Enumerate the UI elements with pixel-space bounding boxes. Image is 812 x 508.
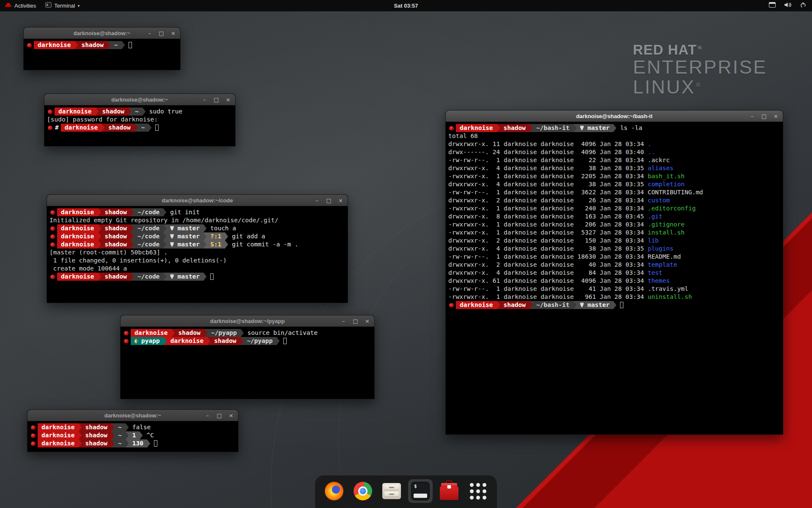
firefox-dock-item[interactable] [322,479,346,503]
powerline-separator-icon [98,273,101,281]
file-name: .ackrc [647,157,669,163]
file-list-line: -rwxrwxr-x. 1 darknoise darknoise 961 Ja… [448,293,780,301]
apps-dock-item[interactable] [466,479,490,503]
close-button[interactable]: × [365,318,370,324]
powerline-separator-icon [111,423,114,431]
app-grid-dot [476,483,480,487]
file-list-line: drwxrwxr-x. 11 darknoise darknoise 4096 … [448,140,780,148]
window-titlebar[interactable]: darknoise@shadow:~/code–□× [47,195,348,206]
output-line: [master (root-commit) 50bcb63] . [49,248,345,257]
maximize-button[interactable]: □ [159,30,164,36]
prompt-segment-user: darknoise [57,232,98,240]
volume-icon[interactable] [784,2,792,9]
prompt-segment-path: ~ [131,108,143,116]
clock[interactable]: Sat 03:57 [394,3,418,9]
prompt-segment-path: ~/bash-it [532,301,573,309]
powerline-separator-icon [613,301,616,309]
app-menu-terminal[interactable]: Terminal ▾ [41,0,84,11]
prompt-segment-user: darknoise [57,208,98,216]
window-titlebar[interactable]: darknoise@shadow:~/pyapp–□× [121,315,374,327]
terminal-dock-item[interactable]: $ [408,479,433,503]
powerline-separator-icon [98,224,101,232]
minimize-button[interactable]: – [341,318,346,324]
terminal-prompt-glyph: $ [414,483,417,489]
terminal-window-2[interactable]: darknoise@shadow:~/code–□×darknoiseshado… [47,194,348,303]
window-titlebar[interactable]: darknoise@shadow:~–□× [44,94,235,105]
drawer [384,485,399,490]
terminal-content[interactable]: darknoiseshadow~falsedarknoiseshadow~1^C… [27,421,238,450]
prompt-segment-path: ~ [114,423,126,431]
files-dock-item[interactable] [379,479,404,503]
window-title: darknoise@shadow:~/pyapp [210,318,285,324]
minimize-button[interactable]: – [749,113,755,119]
file-list-line: -rwxrwxr-x. 1 darknoise darknoise 240 Ja… [448,204,780,213]
redhat-prompt-icon [50,235,55,239]
powerline-separator-icon [573,301,576,309]
maximize-button[interactable]: □ [353,318,358,324]
chrome-dock-item[interactable] [351,479,375,503]
terminal-content[interactable]: darknoiseshadow~ [24,39,180,51]
file-list-line: -rw-rw-r--. 1 darknoise darknoise 41 Jan… [448,285,780,293]
redhat-prompt-icon [48,110,52,114]
maximize-button[interactable]: □ [326,198,332,203]
toolbox-dock-item[interactable] [437,479,461,503]
minimize-button[interactable]: – [202,97,207,102]
root-indicator: # [55,124,61,132]
screen-icon[interactable] [769,2,776,9]
app-grid-dot [476,496,480,500]
file-name: test [647,269,662,276]
chrome-center-dot [360,488,366,494]
powerline-separator-icon [203,232,206,240]
terminal-window-5[interactable]: darknoise@shadow:~/bash-it–□×darknoisesh… [445,110,783,435]
minimize-button[interactable]: – [314,198,320,203]
power-icon[interactable] [800,2,806,9]
terminal-window-3[interactable]: darknoise@shadow:~/pyapp–□×darknoiseshad… [120,315,375,399]
activities-button[interactable]: Activities [0,0,41,11]
prompt-segment-user: darknoise [57,224,98,232]
prompt-segment-host: shadow [210,337,240,345]
close-button[interactable]: × [228,413,234,418]
maximize-button[interactable]: □ [217,413,222,418]
python-icon [134,339,139,343]
file-list-line: drwxrwxr-x. 4 darknoise darknoise 84 Jan… [448,269,780,277]
window-title: darknoise@shadow:~/code [162,197,233,204]
redhat-prompt-icon [50,226,55,231]
app-grid-icon [470,483,486,500]
file-name: template [647,261,677,268]
redhat-prompt-icon [50,243,55,247]
powerline-separator-icon [172,329,175,337]
close-button[interactable]: × [225,97,231,102]
minimize-button[interactable]: – [205,413,210,418]
command-text: git add a [232,232,265,240]
window-titlebar[interactable]: darknoise@shadow:~/bash-it–□× [446,110,783,122]
prompt-segment-host: shadow [101,208,131,216]
window-title: darknoise@shadow:~/bash-it [576,113,653,119]
terminal-content[interactable]: darknoiseshadow~/pyappsource bin/activat… [121,327,374,347]
terminal-content[interactable]: darknoiseshadow~/bash-itΨ masterls -lato… [446,122,783,311]
prompt-segment-path: ~ [114,431,126,439]
powerline-separator-icon [163,273,166,281]
powerline-separator-icon [497,301,500,309]
terminal-content[interactable]: darknoiseshadow~sudo true[sudo] password… [44,105,235,134]
prompt-line: darknoiseshadow~/codeΨ masterS:1git comm… [49,240,345,248]
terminal-window-4[interactable]: darknoise@shadow:~–□×darknoiseshadow~fal… [27,409,239,452]
terminal-content[interactable]: darknoiseshadow~/codegit initInitialized… [47,206,348,283]
file-name: aliases [647,165,673,171]
terminal-window-1[interactable]: darknoise@shadow:~–□×darknoiseshadow~sud… [44,94,236,146]
prompt-line: darknoiseshadow~/pyappsource bin/activat… [123,329,372,337]
window-controls: –□× [314,195,343,206]
file-list-line: drwxrwxr-x. 2 darknoise darknoise 40 Jan… [448,261,780,269]
top-bar: Activities Terminal ▾ Sat 03:57 [0,0,812,11]
maximize-button[interactable]: □ [214,97,219,102]
window-titlebar[interactable]: darknoise@shadow:~–□× [24,28,180,39]
prompt-line: darknoiseshadow~130 [30,439,236,447]
maximize-button[interactable]: □ [761,113,767,119]
close-button[interactable]: × [338,198,343,203]
minimize-button[interactable]: – [147,30,152,36]
window-titlebar[interactable]: darknoise@shadow:~–□× [27,410,238,421]
powerline-separator-icon [79,439,82,447]
prompt-line: darknoiseshadow~/bash-itΨ master [448,301,780,309]
terminal-window-0[interactable]: darknoise@shadow:~–□×darknoiseshadow~ [23,27,181,70]
close-button[interactable]: × [773,113,779,119]
close-button[interactable]: × [170,30,176,36]
